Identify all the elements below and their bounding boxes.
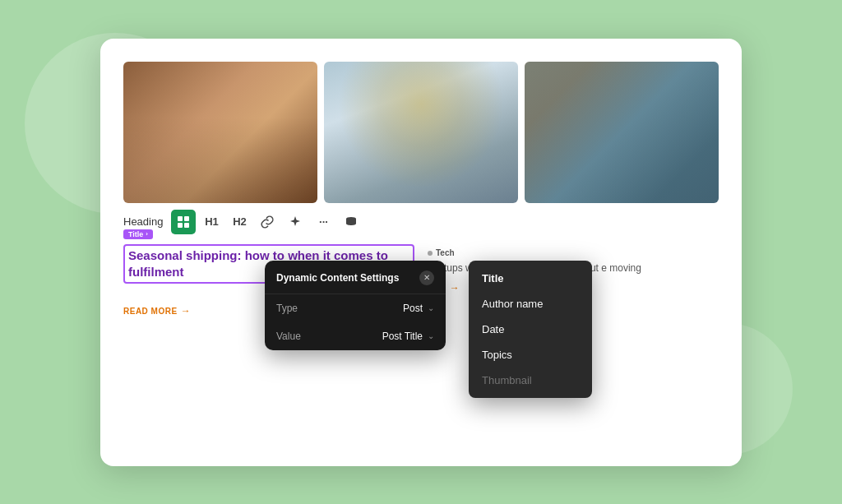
- value-dropdown-menu: TitleAuthor nameDateTopicsThumbnail: [469, 261, 592, 398]
- svg-rect-2: [178, 223, 183, 228]
- dropdown-item-author-name[interactable]: Author name: [469, 291, 592, 317]
- modal-close-button[interactable]: ✕: [419, 270, 434, 285]
- h1-button[interactable]: H1: [199, 210, 224, 234]
- svg-rect-3: [184, 223, 189, 228]
- article-tag-2: Tech: [428, 248, 455, 257]
- modal-type-value: Post: [403, 303, 423, 314]
- dropdown-item-thumbnail: Thumbnail: [469, 368, 592, 393]
- dropdown-item-topics[interactable]: Topics: [469, 342, 592, 368]
- modal-value-select[interactable]: Post Title ⌄: [382, 331, 434, 342]
- dropdown-item-date[interactable]: Date: [469, 317, 592, 342]
- modal-value-value: Post Title: [382, 331, 423, 342]
- main-card: Heading H1 H2 ···: [100, 39, 742, 466]
- database-button[interactable]: [339, 210, 363, 234]
- toolbar-heading-label: Heading: [123, 215, 163, 228]
- modal-type-chevron: ⌄: [428, 303, 434, 312]
- modal-type-label: Type: [276, 303, 298, 314]
- modal-type-select[interactable]: Post ⌄: [403, 303, 434, 314]
- image-row: [100, 39, 742, 203]
- block-icon-button[interactable]: [171, 210, 196, 234]
- read-more-arrow-1: →: [181, 305, 192, 317]
- modal-overlay: Dynamic Content Settings ✕ Type Post ⌄ V…: [265, 261, 446, 350]
- svg-rect-1: [184, 216, 189, 221]
- title-badge: Title ›: [123, 229, 153, 239]
- modal-value-row: Value Post Title ⌄: [265, 322, 446, 350]
- dynamic-content-modal: Dynamic Content Settings ✕ Type Post ⌄ V…: [265, 261, 446, 350]
- modal-title: Dynamic Content Settings: [276, 272, 399, 284]
- modal-type-row: Type Post ⌄: [265, 294, 446, 322]
- modal-header: Dynamic Content Settings ✕: [265, 261, 446, 294]
- title-badge-arrow: ›: [146, 230, 148, 238]
- more-button[interactable]: ···: [311, 210, 335, 234]
- dropdown-item-title[interactable]: Title: [469, 266, 592, 291]
- h2-button[interactable]: H2: [227, 210, 252, 234]
- link-button[interactable]: [255, 210, 280, 234]
- ai-button[interactable]: [283, 210, 308, 234]
- modal-value-label: Value: [276, 331, 301, 342]
- modal-value-chevron: ⌄: [428, 331, 434, 340]
- image-3: [525, 62, 719, 203]
- svg-rect-0: [178, 216, 183, 221]
- image-2: [324, 62, 518, 203]
- tag-dot-2: [428, 251, 433, 256]
- toolbar: Heading H1 H2 ···: [100, 203, 742, 241]
- image-1: [123, 62, 317, 203]
- read-more-arrow-2: →: [450, 282, 460, 294]
